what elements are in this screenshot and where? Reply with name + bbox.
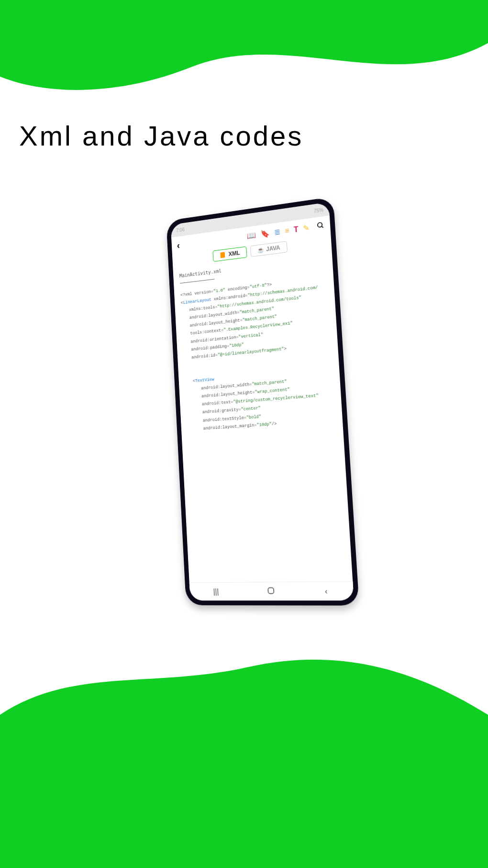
list-icon[interactable]: ≣ — [274, 227, 280, 237]
nav-home-icon[interactable] — [267, 586, 275, 597]
align-icon[interactable]: ≡ — [285, 226, 289, 235]
android-nav-bar: ||| ‹ — [189, 581, 354, 600]
back-button[interactable]: ‹ — [177, 240, 180, 251]
tab-java[interactable]: ☕ JAVA — [250, 241, 287, 257]
page-title: Xml and Java codes — [19, 120, 303, 152]
svg-line-1 — [322, 226, 323, 228]
search-icon[interactable] — [317, 221, 325, 231]
code-view[interactable]: <?xml version="1.0" encoding="utf-8"?> <… — [174, 274, 353, 583]
tab-java-label: JAVA — [266, 244, 280, 253]
svg-rect-2 — [221, 252, 225, 258]
xml-file-icon — [220, 251, 226, 259]
svg-rect-3 — [268, 587, 274, 593]
bottom-wave-decoration — [0, 629, 488, 868]
book-icon[interactable]: 📖 — [246, 230, 256, 240]
nav-recent-icon[interactable]: ||| — [213, 587, 219, 596]
tab-xml[interactable]: XML — [213, 246, 247, 261]
text-icon[interactable]: T — [294, 225, 299, 234]
top-wave-decoration — [0, 0, 488, 115]
status-battery: 75% — [314, 207, 324, 214]
divider — [180, 279, 215, 283]
tab-xml-label: XML — [228, 249, 240, 258]
highlight-icon[interactable]: ✎ — [303, 223, 310, 233]
nav-back-icon[interactable]: ‹ — [324, 586, 328, 596]
java-file-icon: ☕ — [257, 247, 264, 254]
bookmark-icon[interactable]: 🔖 — [260, 228, 270, 238]
status-time: 7:06 — [176, 227, 185, 233]
phone-mockup: 7:06 75% ‹ 📖 🔖 ≣ ≡ T ✎ — [170, 206, 347, 603]
